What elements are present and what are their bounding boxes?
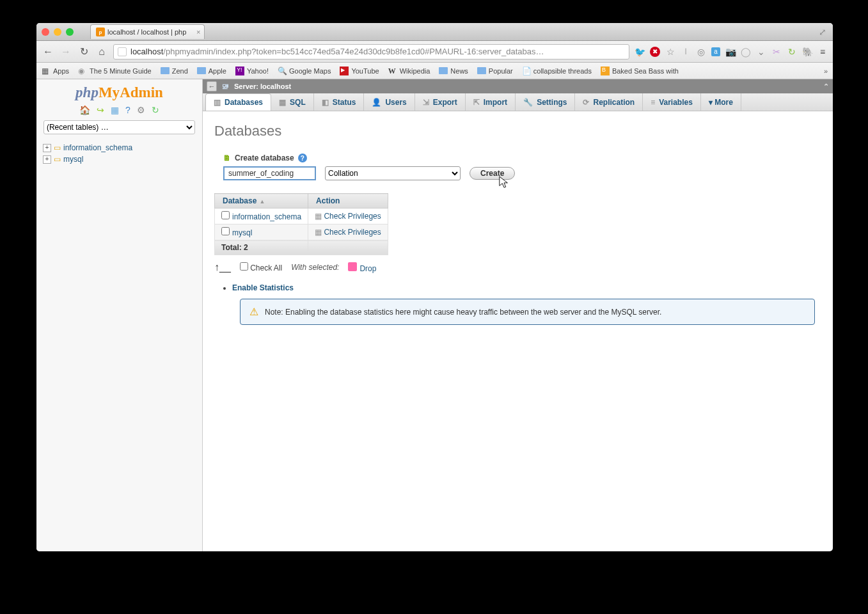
- new-db-icon: 🗎: [223, 154, 231, 162]
- browser-toolbar: ← → ↻ ⌂ localhost /phpmyadmin/index.php?…: [36, 41, 833, 63]
- settings-icon[interactable]: ⚙: [137, 105, 145, 115]
- row-checkbox[interactable]: [221, 227, 230, 235]
- expand-icon[interactable]: +: [43, 155, 51, 164]
- tab-databases[interactable]: ▥Databases: [205, 93, 271, 111]
- scissors-icon[interactable]: ✂: [771, 47, 782, 57]
- bookmarks-bar: ▦Apps ◉The 5 Minute Guide Zend Apple Y!Y…: [36, 63, 833, 79]
- table-actions-row: ↑__ Check All With selected: Drop: [214, 262, 821, 273]
- db-name-input[interactable]: [223, 166, 316, 180]
- create-db-form: Collation Create: [223, 166, 821, 180]
- breadcrumb-label[interactable]: Server: localhost: [234, 83, 291, 90]
- check-all-label[interactable]: Check All: [240, 262, 282, 272]
- bookmark-wikipedia[interactable]: WWikipedia: [388, 67, 430, 75]
- check-privileges-link[interactable]: Check Privileges: [324, 228, 381, 237]
- users-icon: 👤: [372, 98, 381, 107]
- page-content: phpMyAdmin 🏠 ↪ ▦ ? ⚙ ↻ (Recent tables) ……: [36, 79, 833, 551]
- forward-button[interactable]: →: [59, 45, 72, 58]
- menu-icon[interactable]: ≡: [817, 47, 828, 57]
- star-icon[interactable]: ☆: [665, 47, 675, 57]
- sql-icon[interactable]: ▦: [111, 105, 119, 115]
- refresh-ext-icon[interactable]: ↻: [787, 47, 797, 57]
- check-all-checkbox[interactable]: [240, 262, 248, 271]
- circle-icon[interactable]: ◯: [741, 47, 751, 57]
- bookmark-popular[interactable]: Popular: [477, 67, 513, 75]
- col-action: Action: [308, 194, 388, 209]
- collation-select[interactable]: Collation: [325, 166, 461, 180]
- bookmark-apple[interactable]: Apple: [197, 67, 226, 75]
- tab-export[interactable]: ⇲Export: [415, 93, 466, 111]
- tab-variables[interactable]: ≡Variables: [643, 93, 701, 111]
- import-icon: ⇱: [473, 98, 480, 107]
- privileges-icon: ▦: [315, 228, 322, 237]
- tree-node-label: information_schema: [63, 143, 132, 152]
- evernote-icon[interactable]: 🐘: [802, 47, 812, 57]
- drop-link[interactable]: Drop: [348, 262, 376, 273]
- browser-tab-active[interactable]: p localhost / localhost | php ×: [90, 24, 205, 39]
- bookmark-youtube[interactable]: ▶YouTube: [340, 67, 379, 75]
- status-icon: ◧: [322, 98, 329, 107]
- reload-button[interactable]: ↻: [77, 45, 90, 58]
- logout-icon[interactable]: ↪: [97, 105, 104, 115]
- col-database[interactable]: Database▲: [215, 194, 308, 209]
- tree-node-label: mysql: [63, 155, 83, 164]
- bookmark-news[interactable]: News: [439, 67, 468, 75]
- row-checkbox[interactable]: [221, 211, 230, 219]
- tab-settings[interactable]: 🔧Settings: [516, 93, 575, 111]
- db-link-information-schema[interactable]: information_schema: [232, 212, 301, 221]
- camera-icon[interactable]: 📷: [725, 47, 736, 57]
- tab-replication[interactable]: ⟳Replication: [575, 93, 643, 111]
- docs-icon[interactable]: ?: [125, 105, 130, 115]
- recent-tables-select[interactable]: (Recent tables) …: [43, 120, 195, 134]
- create-db-label: Create database: [235, 154, 294, 162]
- bookmark-apps[interactable]: ▦Apps: [42, 67, 69, 75]
- window-controls[interactable]: [42, 28, 74, 36]
- databases-icon: ▥: [214, 98, 221, 107]
- twitter-icon[interactable]: 🐦: [635, 47, 645, 57]
- site-info-icon[interactable]: [118, 47, 127, 56]
- bookmark-yahoo[interactable]: Y!Yahoo!: [235, 67, 269, 75]
- enable-statistics-link[interactable]: Enable Statistics: [232, 283, 294, 292]
- bookmark-gmaps[interactable]: 🔍Google Maps: [278, 67, 331, 75]
- home-icon[interactable]: 🏠: [79, 105, 90, 115]
- pocket-icon[interactable]: ⌄: [756, 47, 766, 57]
- target-icon[interactable]: ◎: [696, 47, 706, 57]
- check-privileges-link[interactable]: Check Privileges: [324, 212, 381, 221]
- tab-import[interactable]: ⇱Import: [466, 93, 516, 111]
- with-selected-label: With selected:: [291, 263, 339, 272]
- zoom-window-button[interactable]: [66, 28, 74, 36]
- close-window-button[interactable]: [42, 28, 49, 36]
- bookmarks-overflow[interactable]: »: [824, 67, 828, 75]
- nav-back-button[interactable]: ←: [207, 81, 217, 91]
- table-row: information_schema ▦ Check Privileges: [215, 209, 388, 224]
- bookmark-baked[interactable]: BBaked Sea Bass with: [601, 67, 679, 75]
- tree-node-information-schema[interactable]: + ▭ information_schema: [43, 142, 196, 154]
- tab-sql[interactable]: ▦SQL: [271, 93, 314, 111]
- amazon-icon[interactable]: a: [711, 47, 720, 56]
- adblock-icon[interactable]: ✖: [650, 47, 660, 57]
- privileges-icon: ▦: [315, 212, 322, 221]
- home-button[interactable]: ⌂: [95, 45, 108, 58]
- back-button[interactable]: ←: [42, 45, 54, 58]
- tab-status[interactable]: ◧Status: [314, 93, 365, 111]
- reload-nav-icon[interactable]: ↻: [152, 105, 159, 115]
- bookmark-zend[interactable]: Zend: [161, 67, 188, 75]
- pma-logo[interactable]: phpMyAdmin: [40, 84, 198, 101]
- minimize-window-button[interactable]: [54, 28, 61, 36]
- tab-more[interactable]: ▾ More: [701, 93, 741, 111]
- tab-close-icon[interactable]: ×: [196, 28, 200, 36]
- export-icon: ⇲: [423, 98, 429, 107]
- address-bar[interactable]: localhost /phpmyadmin/index.php?token=bc…: [113, 44, 629, 59]
- help-icon[interactable]: ?: [298, 154, 307, 162]
- bookmark-collapsible[interactable]: 📄collapsible threads: [522, 67, 592, 75]
- extension-icons: 🐦 ✖ ☆ ⎮ ◎ a 📷 ◯ ⌄ ✂ ↻ 🐘 ≡: [635, 47, 828, 57]
- create-button[interactable]: Create: [470, 167, 515, 180]
- db-link-mysql[interactable]: mysql: [232, 228, 252, 237]
- fullscreen-icon[interactable]: ⤢: [819, 27, 826, 37]
- tab-users[interactable]: 👤Users: [364, 93, 414, 111]
- main-body: Databases 🗎 Create database ? Collation …: [203, 111, 833, 336]
- collapse-breadcrumb-icon[interactable]: ⌃: [823, 83, 829, 91]
- wrench-icon: 🔧: [523, 98, 533, 107]
- tree-node-mysql[interactable]: + ▭ mysql: [43, 154, 196, 165]
- bookmark-5minute[interactable]: ◉The 5 Minute Guide: [78, 67, 152, 75]
- expand-icon[interactable]: +: [43, 144, 51, 152]
